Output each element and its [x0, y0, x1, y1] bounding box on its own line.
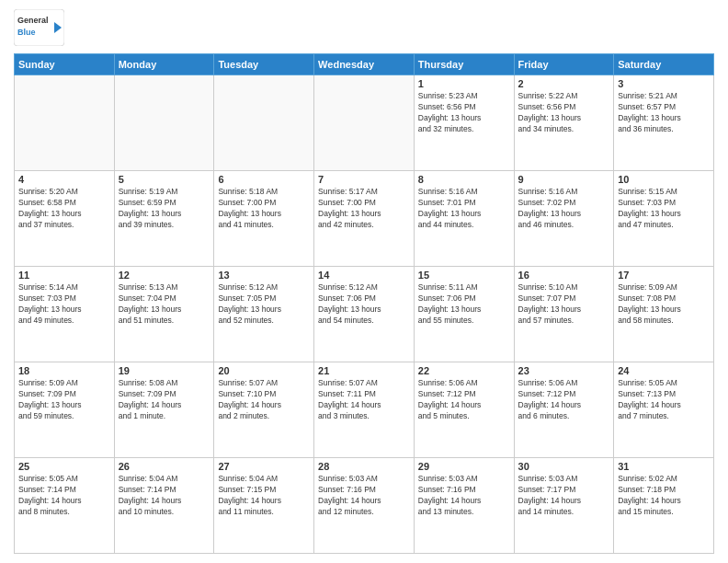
- day-info: Sunrise: 5:05 AMSunset: 7:13 PMDaylight:…: [618, 378, 710, 422]
- calendar-cell: 11Sunrise: 5:14 AMSunset: 7:03 PMDayligh…: [15, 267, 115, 362]
- calendar-cell: 30Sunrise: 5:03 AMSunset: 7:17 PMDayligh…: [514, 458, 614, 554]
- day-info: Sunrise: 5:07 AMSunset: 7:11 PMDaylight:…: [318, 378, 410, 422]
- day-number: 23: [518, 365, 610, 376]
- calendar-cell: 5Sunrise: 5:19 AMSunset: 6:59 PMDaylight…: [114, 171, 214, 267]
- day-number: 29: [418, 461, 510, 472]
- calendar-cell: 15Sunrise: 5:11 AMSunset: 7:06 PMDayligh…: [414, 267, 514, 362]
- day-info: Sunrise: 5:12 AMSunset: 7:06 PMDaylight:…: [318, 282, 410, 327]
- calendar-cell: 6Sunrise: 5:18 AMSunset: 7:00 PMDaylight…: [214, 171, 314, 267]
- day-number: 13: [218, 270, 310, 281]
- calendar-cell: [314, 75, 415, 171]
- svg-text:General: General: [17, 16, 49, 25]
- calendar-day-header: Wednesday: [314, 54, 415, 75]
- day-number: 12: [119, 270, 210, 281]
- calendar-cell: 16Sunrise: 5:10 AMSunset: 7:07 PMDayligh…: [514, 267, 614, 362]
- day-info: Sunrise: 5:09 AMSunset: 7:09 PMDaylight:…: [18, 378, 110, 422]
- day-info: Sunrise: 5:14 AMSunset: 7:03 PMDaylight:…: [18, 282, 110, 327]
- calendar-week-row: 11Sunrise: 5:14 AMSunset: 7:03 PMDayligh…: [15, 267, 714, 362]
- calendar-day-header: Tuesday: [214, 54, 314, 75]
- day-info: Sunrise: 5:11 AMSunset: 7:06 PMDaylight:…: [418, 282, 510, 327]
- day-number: 3: [618, 78, 710, 89]
- calendar-cell: 20Sunrise: 5:07 AMSunset: 7:10 PMDayligh…: [214, 362, 314, 458]
- day-info: Sunrise: 5:15 AMSunset: 7:03 PMDaylight:…: [618, 187, 710, 231]
- calendar-cell: 4Sunrise: 5:20 AMSunset: 6:58 PMDaylight…: [15, 171, 115, 267]
- calendar-cell: 27Sunrise: 5:04 AMSunset: 7:15 PMDayligh…: [214, 458, 314, 554]
- calendar-cell: 26Sunrise: 5:04 AMSunset: 7:14 PMDayligh…: [114, 458, 214, 554]
- day-info: Sunrise: 5:04 AMSunset: 7:15 PMDaylight:…: [218, 474, 310, 518]
- calendar-cell: 21Sunrise: 5:07 AMSunset: 7:11 PMDayligh…: [314, 362, 415, 458]
- day-info: Sunrise: 5:03 AMSunset: 7:17 PMDaylight:…: [518, 474, 610, 518]
- day-number: 28: [318, 461, 410, 472]
- calendar-cell: 29Sunrise: 5:03 AMSunset: 7:16 PMDayligh…: [414, 458, 514, 554]
- calendar-cell: 13Sunrise: 5:12 AMSunset: 7:05 PMDayligh…: [214, 267, 314, 362]
- calendar-cell: 1Sunrise: 5:23 AMSunset: 6:56 PMDaylight…: [414, 75, 514, 171]
- calendar-cell: 19Sunrise: 5:08 AMSunset: 7:09 PMDayligh…: [114, 362, 214, 458]
- calendar-cell: [114, 75, 214, 171]
- calendar-week-row: 4Sunrise: 5:20 AMSunset: 6:58 PMDaylight…: [15, 171, 714, 267]
- page: General Blue SundayMondayTuesdayWednesda…: [0, 0, 728, 563]
- day-number: 31: [618, 461, 710, 472]
- calendar-cell: [15, 75, 115, 171]
- calendar-header-row: SundayMondayTuesdayWednesdayThursdayFrid…: [15, 54, 714, 75]
- day-info: Sunrise: 5:23 AMSunset: 6:56 PMDaylight:…: [418, 91, 510, 135]
- day-number: 1: [418, 78, 510, 89]
- day-number: 16: [518, 270, 610, 281]
- day-number: 19: [119, 365, 210, 376]
- calendar-cell: [214, 75, 314, 171]
- calendar-day-header: Saturday: [614, 54, 714, 75]
- day-info: Sunrise: 5:19 AMSunset: 6:59 PMDaylight:…: [119, 187, 210, 231]
- day-number: 2: [518, 78, 610, 89]
- day-info: Sunrise: 5:21 AMSunset: 6:57 PMDaylight:…: [618, 91, 710, 135]
- day-number: 21: [318, 365, 410, 376]
- calendar-week-row: 1Sunrise: 5:23 AMSunset: 6:56 PMDaylight…: [15, 75, 714, 171]
- day-info: Sunrise: 5:12 AMSunset: 7:05 PMDaylight:…: [218, 282, 310, 327]
- calendar-day-header: Sunday: [15, 54, 115, 75]
- calendar-cell: 14Sunrise: 5:12 AMSunset: 7:06 PMDayligh…: [314, 267, 415, 362]
- day-number: 9: [518, 174, 610, 185]
- calendar-cell: 18Sunrise: 5:09 AMSunset: 7:09 PMDayligh…: [15, 362, 115, 458]
- day-number: 17: [618, 270, 710, 281]
- day-number: 30: [518, 461, 610, 472]
- day-info: Sunrise: 5:07 AMSunset: 7:10 PMDaylight:…: [218, 378, 310, 422]
- header: General Blue: [14, 9, 714, 46]
- day-info: Sunrise: 5:16 AMSunset: 7:02 PMDaylight:…: [518, 187, 610, 231]
- day-number: 5: [119, 174, 210, 185]
- day-info: Sunrise: 5:02 AMSunset: 7:18 PMDaylight:…: [618, 474, 710, 518]
- day-info: Sunrise: 5:04 AMSunset: 7:14 PMDaylight:…: [119, 474, 210, 518]
- day-info: Sunrise: 5:08 AMSunset: 7:09 PMDaylight:…: [119, 378, 210, 422]
- calendar-cell: 24Sunrise: 5:05 AMSunset: 7:13 PMDayligh…: [614, 362, 714, 458]
- calendar-cell: 2Sunrise: 5:22 AMSunset: 6:56 PMDaylight…: [514, 75, 614, 171]
- calendar-cell: 23Sunrise: 5:06 AMSunset: 7:12 PMDayligh…: [514, 362, 614, 458]
- calendar-cell: 12Sunrise: 5:13 AMSunset: 7:04 PMDayligh…: [114, 267, 214, 362]
- calendar-cell: 10Sunrise: 5:15 AMSunset: 7:03 PMDayligh…: [614, 171, 714, 267]
- day-info: Sunrise: 5:17 AMSunset: 7:00 PMDaylight:…: [318, 187, 410, 231]
- calendar-cell: 7Sunrise: 5:17 AMSunset: 7:00 PMDaylight…: [314, 171, 415, 267]
- day-info: Sunrise: 5:22 AMSunset: 6:56 PMDaylight:…: [518, 91, 610, 135]
- calendar-cell: 31Sunrise: 5:02 AMSunset: 7:18 PMDayligh…: [614, 458, 714, 554]
- day-number: 25: [18, 461, 110, 472]
- calendar-cell: 9Sunrise: 5:16 AMSunset: 7:02 PMDaylight…: [514, 171, 614, 267]
- calendar-cell: 17Sunrise: 5:09 AMSunset: 7:08 PMDayligh…: [614, 267, 714, 362]
- day-number: 4: [18, 174, 110, 185]
- day-info: Sunrise: 5:13 AMSunset: 7:04 PMDaylight:…: [119, 282, 210, 327]
- day-number: 27: [218, 461, 310, 472]
- logo-svg: General Blue: [14, 9, 64, 46]
- calendar-day-header: Monday: [114, 54, 214, 75]
- day-number: 15: [418, 270, 510, 281]
- day-info: Sunrise: 5:09 AMSunset: 7:08 PMDaylight:…: [618, 282, 710, 327]
- day-number: 22: [418, 365, 510, 376]
- day-number: 11: [18, 270, 110, 281]
- day-info: Sunrise: 5:03 AMSunset: 7:16 PMDaylight:…: [318, 474, 410, 518]
- calendar-cell: 25Sunrise: 5:05 AMSunset: 7:14 PMDayligh…: [15, 458, 115, 554]
- day-number: 8: [418, 174, 510, 185]
- calendar-day-header: Thursday: [414, 54, 514, 75]
- calendar-cell: 22Sunrise: 5:06 AMSunset: 7:12 PMDayligh…: [414, 362, 514, 458]
- day-info: Sunrise: 5:16 AMSunset: 7:01 PMDaylight:…: [418, 187, 510, 231]
- calendar-table: SundayMondayTuesdayWednesdayThursdayFrid…: [14, 53, 714, 554]
- calendar-week-row: 18Sunrise: 5:09 AMSunset: 7:09 PMDayligh…: [15, 362, 714, 458]
- calendar-cell: 3Sunrise: 5:21 AMSunset: 6:57 PMDaylight…: [614, 75, 714, 171]
- day-number: 6: [218, 174, 310, 185]
- day-info: Sunrise: 5:03 AMSunset: 7:16 PMDaylight:…: [418, 474, 510, 518]
- day-info: Sunrise: 5:06 AMSunset: 7:12 PMDaylight:…: [418, 378, 510, 422]
- day-info: Sunrise: 5:18 AMSunset: 7:00 PMDaylight:…: [218, 187, 310, 231]
